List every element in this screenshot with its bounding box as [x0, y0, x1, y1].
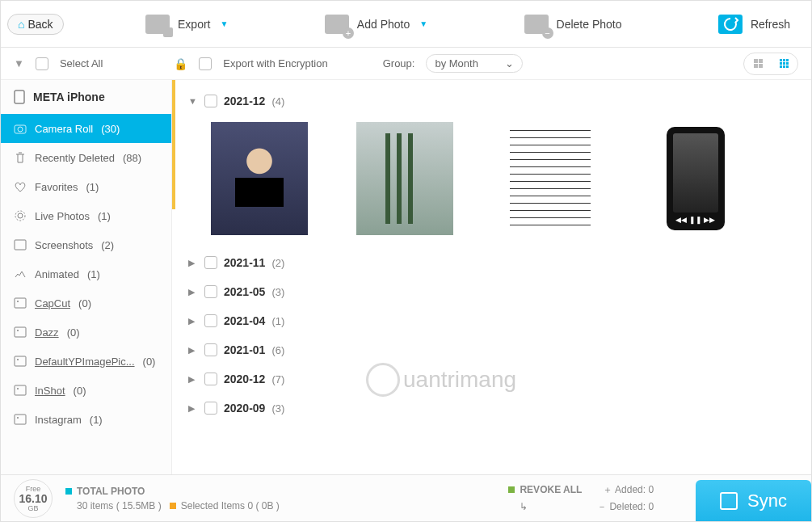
chevron-down-icon: ▼ [221, 19, 229, 28]
selected-items: Selected Items 0 ( 0B ) [181, 500, 280, 511]
group-checkbox[interactable] [204, 285, 217, 298]
svg-rect-0 [15, 91, 24, 103]
refresh-label: Refresh [751, 18, 790, 31]
export-label: Export [178, 18, 210, 31]
svg-rect-5 [15, 240, 26, 250]
refresh-button[interactable]: Refresh [704, 15, 805, 34]
group-checkbox[interactable] [204, 373, 217, 385]
album-icon [14, 297, 27, 309]
photo-thumbnail[interactable] [211, 122, 308, 235]
sidebar-item-count: (2) [101, 239, 114, 251]
sidebar-item-count: (1) [90, 414, 103, 426]
chevron-right-icon: ▶ [188, 287, 198, 297]
group-row[interactable]: ▶2020-09(3) [179, 394, 811, 423]
album-icon [14, 326, 27, 339]
group-row[interactable]: ▶2021-01(6) [179, 335, 811, 364]
storage-value: 16.10 [19, 493, 47, 504]
sync-button[interactable]: Sync [696, 480, 811, 522]
delete-photo-button[interactable]: Delete Photo [510, 15, 637, 34]
sidebar-item-label: Live Photos [35, 210, 90, 222]
photo-thumbnail[interactable] [356, 122, 453, 235]
group-title: 2021-04 [224, 314, 265, 327]
group-checkbox[interactable] [204, 343, 217, 356]
sidebar-item-inshot[interactable]: InShot (0) [1, 376, 171, 405]
sidebar-item-label: Instagram [35, 414, 82, 426]
revoke-all-button[interactable]: REVOKE ALL [520, 484, 582, 495]
group-count: (7) [271, 373, 284, 385]
group-select[interactable]: by Month ⌄ [426, 54, 523, 73]
total-photo-detail: 30 items ( 15.5MB ) [77, 500, 162, 511]
sidebar-item-count: (88) [123, 152, 141, 164]
view-toggle-group [743, 53, 798, 75]
sidebar-item-live-photos[interactable]: Live Photos (1) [1, 201, 171, 230]
filter-chevron-icon[interactable]: ▼ [14, 57, 24, 69]
svg-point-15 [17, 417, 19, 419]
group-row[interactable]: ▶2021-05(3) [179, 277, 811, 306]
camera-icon [14, 122, 27, 135]
group-row[interactable]: ▶2021-11(2) [179, 248, 811, 277]
chevron-down-icon: ▼ [419, 19, 427, 28]
chevron-right-icon: ▶ [188, 374, 198, 385]
album-icon [14, 384, 27, 397]
sidebar-item-screenshots[interactable]: Screenshots (2) [1, 230, 171, 259]
total-photo-label: TOTAL PHOTO [77, 486, 145, 497]
sidebar-item-count: (1) [87, 268, 100, 280]
group-checkbox[interactable] [204, 256, 217, 269]
refresh-icon [718, 15, 743, 34]
group-checkbox[interactable] [204, 95, 217, 107]
sync-label: Sync [747, 490, 787, 511]
sidebar-item-defaultypimagepic-[interactable]: DefaultYPImagePic... (0) [1, 347, 171, 376]
sidebar-item-capcut[interactable]: CapCut (0) [1, 288, 171, 318]
svg-rect-10 [15, 356, 26, 366]
sidebar-item-label: DefaultYPImagePic... [35, 356, 135, 368]
sidebar-item-instagram[interactable]: Instagram (1) [1, 405, 171, 434]
group-count: (6) [271, 344, 284, 356]
svg-point-11 [17, 359, 19, 360]
album-icon [14, 413, 27, 426]
sidebar-item-camera-roll[interactable]: Camera Roll (30) [1, 114, 171, 143]
sidebar-item-count: (1) [98, 210, 111, 222]
svg-rect-6 [15, 298, 26, 308]
add-photo-button[interactable]: Add Photo ▼ [310, 15, 442, 34]
view-large-button[interactable] [747, 56, 769, 72]
sidebar-item-animated[interactable]: Animated (1) [1, 259, 171, 288]
group-checkbox[interactable] [204, 402, 217, 415]
group-count: (1) [271, 315, 284, 327]
content-area: ▼2021-12(4)◀◀ ❚❚ ▶▶▶2021-11(2)▶2021-05(3… [172, 80, 811, 474]
group-row[interactable]: ▼2021-12(4) [179, 86, 811, 116]
group-count: (4) [271, 95, 284, 107]
scroll-indicator [172, 80, 175, 209]
group-count: (2) [271, 257, 284, 269]
group-label: Group: [383, 57, 415, 69]
chevron-right-icon: ▶ [188, 345, 198, 356]
group-checkbox[interactable] [204, 314, 217, 327]
home-icon: ⌂ [18, 18, 24, 31]
group-value: by Month [435, 57, 478, 69]
device-icon [14, 90, 25, 104]
sidebar-item-label: Dazz [35, 326, 59, 339]
group-title: 2021-01 [224, 343, 265, 356]
group-row[interactable]: ▶2020-12(7) [179, 364, 811, 394]
chevron-down-icon: ▼ [188, 96, 198, 106]
sidebar-item-count: (0) [143, 356, 156, 368]
album-icon [14, 355, 27, 368]
chevron-right-icon: ▶ [188, 316, 198, 326]
group-row[interactable]: ▶2021-04(1) [179, 306, 811, 335]
heart-icon [14, 180, 27, 193]
svg-point-2 [18, 127, 23, 132]
export-encryption-checkbox[interactable] [199, 57, 212, 70]
sidebar: META iPhone Camera Roll (30)Recently Del… [1, 80, 172, 474]
chevron-right-icon: ▶ [188, 403, 198, 414]
sidebar-item-recently-deleted[interactable]: Recently Deleted (88) [1, 143, 171, 172]
sidebar-item-favorites[interactable]: Favorites (1) [1, 172, 171, 201]
photo-thumbnail[interactable] [502, 122, 599, 235]
photo-thumbnail[interactable]: ◀◀ ❚❚ ▶▶ [647, 122, 744, 235]
deleted-count: － Deleted: 0 [597, 500, 654, 514]
select-all-checkbox[interactable] [36, 57, 48, 70]
view-small-button[interactable] [772, 56, 795, 72]
export-button[interactable]: Export ▼ [131, 15, 242, 34]
sidebar-item-dazz[interactable]: Dazz (0) [1, 318, 171, 347]
back-button[interactable]: ⌂ Back [7, 14, 64, 35]
sidebar-item-count: (30) [101, 123, 120, 135]
group-count: (3) [271, 402, 284, 415]
